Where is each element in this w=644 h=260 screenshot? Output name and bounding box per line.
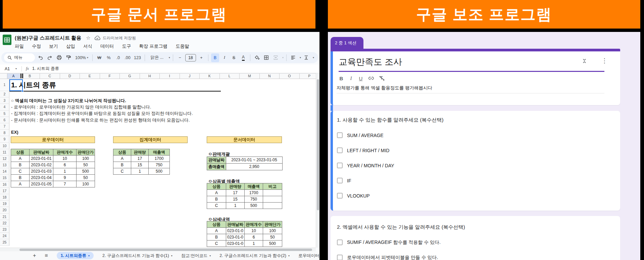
vertical-scrollbar[interactable] <box>316 73 319 248</box>
option-row[interactable]: YEAR / MONTH / DAY <box>337 158 394 173</box>
checkbox[interactable] <box>337 240 343 245</box>
description-line[interactable]: - 집계데이터 : 집계데이터란 로우데이터를 바탕으로 동질의 성질을 모아 … <box>11 110 193 117</box>
table-header-cell[interactable]: 상품 <box>11 149 30 156</box>
row-header[interactable]: 15 <box>0 175 9 181</box>
option-row[interactable]: VLOOKUP <box>337 188 394 203</box>
checkbox[interactable] <box>337 178 343 183</box>
borders-icon[interactable] <box>262 53 270 62</box>
table-cell[interactable]: 023-01-0 <box>226 241 245 247</box>
description-line[interactable]: - 로우데이터 : 로우데이터란 가공되지 않은 데이터의 집합체를 말합니다. <box>11 104 193 110</box>
table-cell[interactable]: 15 <box>226 196 245 203</box>
italic-button[interactable]: I <box>348 76 354 81</box>
name-box[interactable]: A1 ▾ <box>0 67 19 71</box>
sheet-tab[interactable]: 참고:언어코드▾ <box>181 253 211 259</box>
menu-item[interactable]: 서식 <box>83 43 92 49</box>
table-header-cell[interactable]: 상품 <box>113 149 131 156</box>
menu-item[interactable]: 보기 <box>49 43 58 49</box>
selection-fill-handle[interactable] <box>21 90 23 92</box>
table-header-cell[interactable]: 판매량 <box>226 183 245 190</box>
row-header[interactable]: 4 <box>0 104 9 110</box>
column-header[interactable]: E <box>80 74 100 79</box>
bold-button[interactable]: B <box>211 53 219 62</box>
table-cell[interactable]: 100 <box>263 228 282 234</box>
chevron-down-icon[interactable]: ▾ <box>300 56 301 59</box>
table-cell[interactable]: 750 <box>149 162 170 168</box>
table-cell[interactable]: 100 <box>77 181 95 187</box>
add-sheet-button[interactable]: + <box>33 253 36 259</box>
increase-decimal-button[interactable]: .00 <box>123 53 132 62</box>
scrollbar-thumb[interactable] <box>317 79 319 210</box>
column-header[interactable]: A <box>7 74 20 79</box>
column-header[interactable]: O <box>280 74 300 79</box>
formula-input[interactable]: 1. 시트의 종류 <box>32 66 59 72</box>
table-cell[interactable]: 2023-01-03 <box>30 168 53 175</box>
table-cell[interactable]: A <box>11 156 30 162</box>
table-cell[interactable]: C <box>207 203 226 209</box>
question-card-1[interactable]: 1. 사용할 수 있는 함수를 알려주세요 (복수선택) SUM / AVERA… <box>331 111 620 211</box>
raw-data-banner[interactable]: 로우데이터 <box>11 136 95 143</box>
form-description-input[interactable]: 자체평가를 통해 엑셀 활용정도를 평가해봅시다 <box>337 85 432 91</box>
column-header[interactable]: K <box>200 74 220 79</box>
option-label[interactable]: IF <box>347 178 351 183</box>
sheet-tab[interactable]: 로우데이터▾ <box>298 253 319 259</box>
table-cell[interactable]: 17 <box>131 156 149 162</box>
decrease-font-size-button[interactable]: − <box>176 53 184 62</box>
option-row[interactable]: 로우데이터에서 피벗테이블을 만들 수 있다. <box>337 250 441 260</box>
table-cell[interactable]: 1 <box>53 168 77 175</box>
table-header-cell[interactable]: 판매개수 <box>53 149 77 156</box>
table-cell[interactable]: 1700 <box>245 190 263 196</box>
table-cell[interactable]: 1 <box>226 203 245 209</box>
table-cell[interactable]: B <box>207 234 226 241</box>
column-resize-handle[interactable] <box>20 74 23 78</box>
option-row[interactable]: LEFT / RIGHT / MID <box>337 143 394 158</box>
decrease-decimal-button[interactable]: .0 <box>114 53 122 62</box>
row-header[interactable]: 23 <box>0 226 9 233</box>
menu-item[interactable]: 확장 프로그램 <box>139 43 168 49</box>
format-currency-button[interactable]: ₩ <box>95 53 103 62</box>
increase-font-size-button[interactable]: + <box>197 53 205 62</box>
table-cell[interactable]: 1 <box>131 168 149 175</box>
table-cell[interactable]: 50 <box>263 234 282 241</box>
table-cell[interactable]: 10 <box>245 228 263 234</box>
option-label[interactable]: SUM / AVERAGE <box>347 133 384 138</box>
table-header-cell[interactable]: 매출액 <box>245 183 263 190</box>
row-header[interactable]: 22 <box>0 220 9 226</box>
font-size-input[interactable]: 18 <box>185 54 196 61</box>
table-cell[interactable]: 6 <box>53 162 77 168</box>
row-header[interactable]: 7 <box>0 123 9 130</box>
row-header[interactable]: 17 <box>0 188 9 194</box>
column-header[interactable]: L <box>220 74 240 79</box>
zoom-select[interactable]: 100%▾ <box>74 53 90 62</box>
row-header[interactable]: 5 <box>0 111 9 117</box>
table-cell[interactable]: 2023-01-01 <box>30 156 53 162</box>
bold-button[interactable]: B <box>339 76 344 81</box>
table-header-cell[interactable]: 판매개수 <box>245 221 263 228</box>
question-card-2[interactable]: 2. 엑셀에서 사용할 수 있는 기능을 알려주세요 (복수선택) SUMIF … <box>331 216 620 260</box>
form-title-card[interactable]: 교육만족도 조사 ⋮ B I U Tx 자체평가를 통해 엑셀 활용정도를 평가… <box>331 51 620 105</box>
format-percent-button[interactable]: % <box>105 53 113 62</box>
description-line[interactable]: - 문서데이터 : 문서데이터란 인쇄를 목적으로 하는 편집이 완성된 형태의… <box>11 117 193 123</box>
table-cell[interactable]: 2023-01-02 <box>30 162 53 168</box>
option-label[interactable]: VLOOKUP <box>347 193 370 199</box>
undo-button[interactable] <box>36 53 44 62</box>
table-cell[interactable]: 10 <box>53 156 77 162</box>
checkbox[interactable] <box>337 163 343 168</box>
table-cell[interactable]: C <box>11 168 30 175</box>
table-header-cell[interactable]: 상품 <box>207 183 226 190</box>
column-header[interactable]: J <box>180 74 200 79</box>
document-title[interactable]: (원본)구글 스프레드시트 활용 <box>15 35 81 41</box>
sheet-tab[interactable]: 2. 구글스프레드시트 기능과 함수(2)▾ <box>219 253 290 259</box>
table-cell[interactable]: 500 <box>245 203 263 209</box>
star-icon[interactable]: ☆ <box>86 35 90 41</box>
table-cell[interactable]: A <box>207 190 226 196</box>
row-header[interactable]: 11 <box>0 149 9 156</box>
collapse-section-icon[interactable] <box>582 58 587 64</box>
column-header[interactable]: D <box>60 74 80 79</box>
option-label[interactable]: 로우데이터에서 피벗테이블을 만들 수 있다. <box>347 255 438 260</box>
paint-format-icon[interactable] <box>64 53 72 62</box>
document-data-banner[interactable]: 문서데이터 <box>207 136 282 143</box>
select-all-corner[interactable] <box>0 74 7 79</box>
row-header[interactable]: 13 <box>0 162 9 168</box>
more-options-icon[interactable]: ⋮ <box>601 57 608 64</box>
row-header[interactable]: 9 <box>0 136 9 142</box>
